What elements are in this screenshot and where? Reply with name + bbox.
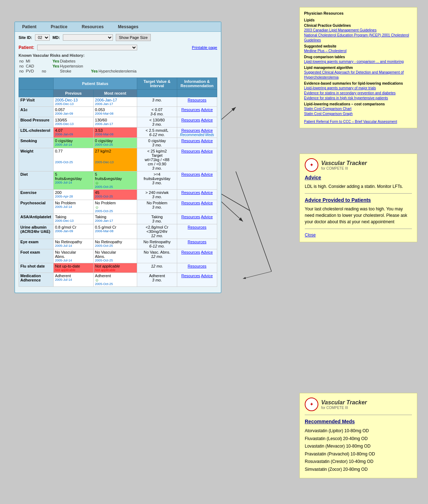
svg-line-2 [243,271,272,279]
table-row: Weight 0.77 2005-Oct-25 27 kg/m2 2005-De… [19,148,217,171]
evidence-link-1[interactable]: Lipid-lowering agents summary of major t… [304,86,413,91]
eye-target: No Retinopathy6-12 mo. [137,239,177,249]
emr-panel: Patient Practice Resources Messages Site… [14,21,222,293]
smoking-resources-link[interactable]: Resources [181,139,200,143]
advice-to-patients-title: Advice Provided to Patients [305,197,412,203]
diet-resources-link[interactable]: Resources [181,172,200,176]
suggested-website-subtitle: Suggested website [304,44,413,48]
row-label-a1c: A1c [19,107,54,117]
smoking-recent: 0 cigs/day 2005-Oct-25 [93,138,137,148]
psychosocial-recent: No Problem ☺ 2005-Oct-25 [93,200,137,214]
meds-popup-panel: ✦ Vascular Tracker for COMPETE III Recom… [299,393,417,478]
col-header-target: Target Value & Interval [137,78,177,90]
smoking-advice-link[interactable]: Advice [201,139,213,143]
nav-patient[interactable]: Patient [15,22,44,31]
a1c-resources-link[interactable]: Resources [181,108,200,112]
lipid-algorithm-link[interactable]: Suggested Clinical Approach for Detectio… [304,70,413,80]
row-label-urine: Urine albumin(ACR/24hr UAE) [19,224,54,239]
nav-messages[interactable]: Messages [111,22,145,31]
physician-resources-panel: Physician Resources Lipids Clinical Prac… [299,7,417,128]
cost-chart-link[interactable]: Statin Cost Comparison Chart [304,106,413,111]
table-row: Urine albumin(ACR/24hr UAE) 0.8 g/mol Cr… [19,224,217,239]
exercise-resources-link[interactable]: Resources [181,190,200,195]
weight-advice-link[interactable]: Advice [201,149,213,153]
advice-compete-header: ✦ Vascular Tracker for COMPETE III [305,158,412,172]
flu-resources-link[interactable]: Resources [188,264,206,268]
site-id-select[interactable]: 02 [35,34,50,41]
diet-recent: 5fruits&vegs/day ☺ 2005-Oct-25 [93,171,137,190]
eye-recent: No Retinopathy 2005-Oct-25 [93,239,137,249]
bp-resources-link[interactable]: Resources [181,118,200,122]
urine-resources-link[interactable]: Resources [188,225,206,229]
fp-visit-resources-link[interactable]: Resources [188,98,206,102]
patient-referral-link[interactable]: Patient Referral Form to CCC – Brief Vas… [304,119,413,124]
medline-link[interactable]: Medline Plus – Cholesterol [304,49,413,54]
fp-visit-recent: 2006-Jan-17 2006-Jan-17 [93,97,137,107]
exercise-recent: 45 2005-Oct-25 [93,190,137,200]
nav-resources[interactable]: Resources [75,22,111,31]
row-label-smoking: Smoking [19,138,54,148]
exercise-advice-link[interactable]: Advice [201,190,213,195]
evidence-link-2[interactable]: Evidence for statins in secondary preven… [304,91,413,96]
ldl-recent: 3.53 2006-Mar-08 [93,128,137,138]
advice-title: Advice [305,175,412,180]
foot-resources-link[interactable]: Resources [181,250,200,254]
advice-to-patients-text: Your last cholesterol reading was too hi… [305,206,412,225]
asa-target: Taking3 mo. [137,214,177,224]
meds-compete-header: ✦ Vascular Tracker for COMPETE III [305,398,412,411]
table-row: Exercise 200 2005-Apr-28 45 2005-Oct-25 … [19,190,217,200]
diet-info: Resources Advice [177,171,217,190]
col-header-patient-status: Patient Status [53,78,137,90]
diet-advice-link[interactable]: Advice [201,172,213,176]
col-sub-previous: Previous [53,90,93,97]
ldl-resources-link[interactable]: Resources [181,128,200,133]
evidence-link-3[interactable]: Evidence for statins in high risk hypert… [304,96,413,101]
cost-graph-link[interactable]: Statin Cost Comparison Graph [304,111,413,116]
foot-target: No Vasc. Abns.12 mo. [137,249,177,263]
ldl-advice-link[interactable]: Advice [201,128,213,133]
compete-star-icon: ✦ [310,163,313,168]
medication-advice-link[interactable]: Advice [201,274,213,278]
nav-practice[interactable]: Practice [44,22,75,31]
meds-tracker-title: Vascular Tracker [321,399,367,406]
table-row: Psychosocial No Problem 2005-Jul-14 No P… [19,200,217,214]
psychosocial-advice-link[interactable]: Advice [201,201,213,205]
medication-resources-link[interactable]: Resources [181,274,200,278]
patient-select[interactable] [37,45,137,50]
lipid-algorithm-subtitle: Lipid management algorithm [304,66,413,70]
cpg-link-2[interactable]: National Cholesterol Education Program (… [304,33,413,43]
drug-comparison-link[interactable]: Lipid-lowering agents summary - comparis… [304,59,413,64]
row-label-eye: Eye exam [19,239,54,249]
bp-advice-link[interactable]: Advice [201,118,213,122]
eye-resources-link[interactable]: Resources [188,240,206,244]
urine-recent: 0.5 g/mol Cr 2006-Mar-08 [93,224,137,239]
urine-previous: 0.8 g/mol Cr 2006-Jan-09 [53,224,93,239]
cpg-link-1[interactable]: 2003 Canadian Lipid Management Guideline… [304,28,413,33]
advice-close-link[interactable]: Close [305,233,412,238]
printable-page-link[interactable]: Printable page [192,45,217,50]
a1c-advice-link[interactable]: Advice [201,108,213,112]
show-page-button[interactable]: Show Page Size [116,34,151,41]
asa-advice-link[interactable]: Advice [201,215,213,219]
a1c-recent: 0.053 2006-Mar-08 [93,107,137,117]
md-select[interactable] [63,34,113,41]
ldl-info: Resources Advice Recommended Meds [177,128,217,138]
bp-info: Resources Advice [177,117,217,128]
compete-logo: ✦ [305,158,318,172]
psychosocial-resources-link[interactable]: Resources [181,201,200,205]
col-sub-info [177,90,217,97]
table-row: Diet 5fruits&vegs/day 2005-Jul-14 5fruit… [19,171,217,190]
ldl-recommended-meds-link[interactable]: Recommended Meds [180,133,214,137]
fp-visit-previous: 2005-Dec-13 2005-Dec-13 [53,97,93,107]
cpg-subtitle: Clinical Practice Guidelines [304,24,413,28]
medication-target: Adherent3 mo. [137,273,177,287]
foot-advice-link[interactable]: Advice [201,250,213,254]
flu-target: 12 mo. [137,263,177,273]
foot-previous: No VascularAbns. 2005-Jul-14 [53,249,93,263]
table-row: LDL-cholesterol 4.07 2006-Jan-09 3.53 20… [19,128,217,138]
weight-resources-link[interactable]: Resources [181,149,200,153]
advice-tracker-sub: for COMPETE III [321,166,367,170]
asa-resources-link[interactable]: Resources [181,215,200,219]
row-label-bp: Blood Pressure [19,117,54,128]
diet-previous: 5fruits&vegs/day 2005-Jul-14 [53,171,93,190]
